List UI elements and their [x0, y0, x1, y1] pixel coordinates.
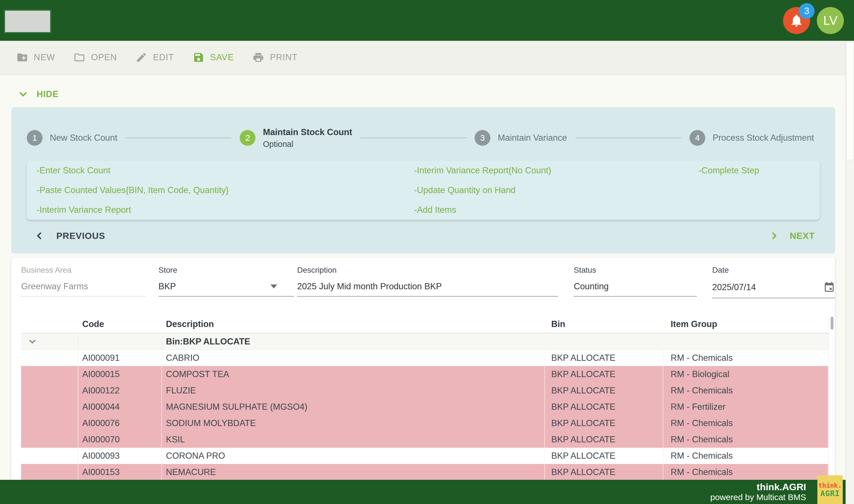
cell-bin: BKP ALLOCATE: [545, 448, 663, 464]
cell-bin: BKP ALLOCATE: [545, 350, 663, 366]
table-row[interactable]: AI000015 COMPOST TEA BKP ALLOCATE RM - B…: [21, 366, 829, 382]
group-label: Bin:BKP ALLOCATE: [162, 334, 545, 349]
chevron-right-icon: [769, 231, 780, 241]
field-status: Status Counting: [574, 266, 697, 316]
step-action-link[interactable]: -Paste Counted Values{BIN, Item Code, Qu…: [37, 180, 414, 200]
company-logo: [4, 10, 51, 33]
save-floppy-icon: [193, 52, 205, 63]
table-row[interactable]: AI000122 FLUZIE BKP ALLOCATE RM - Chemic…: [21, 382, 829, 399]
next-button[interactable]: NEXT: [769, 231, 815, 241]
field-date: Date 2025/07/14: [712, 266, 835, 316]
step-actions-card: -Enter Stock Count-Paste Counted Values{…: [27, 161, 820, 220]
collapse-group-icon[interactable]: [27, 337, 37, 347]
step-number-badge: 4: [690, 130, 705, 146]
step-connector: [575, 138, 681, 138]
footer-powered-by: powered by Multicat BMS: [710, 492, 806, 502]
cell-item-group: RM - Chemicals: [663, 464, 829, 480]
cell-bin: BKP ALLOCATE: [545, 366, 663, 382]
hide-label: HIDE: [37, 89, 58, 99]
step-actions-column: -Complete Step: [698, 161, 820, 220]
wizard-panel: 1 New Stock Count 2 Maintain Stock Count…: [11, 107, 835, 254]
items-table: Code Description Bin Item Group Bin:BKP …: [21, 316, 829, 499]
edit-pencil-icon: [136, 52, 147, 63]
user-avatar[interactable]: LV: [817, 7, 844, 34]
column-header-item-group: Item Group: [663, 319, 829, 329]
step-action-link[interactable]: -Add Items: [414, 200, 698, 220]
cell-bin: BKP ALLOCATE: [545, 431, 663, 448]
cell-item-group: RM - Chemicals: [663, 350, 829, 366]
print-icon: [252, 52, 264, 63]
table-row[interactable]: AI000093 CORONA PRO BKP ALLOCATE RM - Ch…: [21, 448, 829, 464]
step-action-link[interactable]: -Interim Variance Report(No Count): [414, 161, 698, 180]
chevron-down-icon: [17, 89, 29, 100]
table-row[interactable]: AI000153 NEMACURE BKP ALLOCATE RM - Chem…: [21, 464, 829, 480]
table-row[interactable]: AI000091 CABRIO BKP ALLOCATE RM - Chemic…: [21, 350, 829, 366]
app-footer: think.AGRI powered by Multicat BMS: [0, 480, 854, 504]
column-header-code: Code: [78, 319, 162, 329]
cell-code: AI000070: [78, 431, 162, 448]
cell-code: AI000076: [78, 415, 162, 431]
cell-description: FLUZIE: [162, 382, 545, 399]
cell-description: SODIUM MOLYBDATE: [162, 415, 545, 431]
step-connector: [126, 138, 231, 138]
cell-bin: BKP ALLOCATE: [545, 382, 663, 399]
step-action-link[interactable]: -Complete Step: [698, 161, 820, 180]
step-number-badge: 1: [27, 130, 42, 146]
cell-bin: BKP ALLOCATE: [545, 464, 663, 480]
field-store: Store BKP: [159, 266, 294, 316]
cell-bin: BKP ALLOCATE: [545, 415, 663, 431]
page-scrollbar[interactable]: [846, 41, 854, 504]
cell-code: AI000093: [78, 448, 162, 464]
table-scrollbar-thumb[interactable]: [831, 317, 833, 329]
page-scrollbar-thumb[interactable]: [846, 42, 854, 160]
step-number-badge: 3: [475, 130, 490, 146]
toolbar-button-new[interactable]: NEW: [16, 52, 55, 63]
app-header: 3 LV: [0, 0, 854, 41]
previous-button[interactable]: PREVIOUS: [34, 231, 105, 241]
column-header-description: Description: [162, 319, 545, 329]
cell-code: AI000153: [78, 464, 162, 480]
step-action-link[interactable]: -Enter Stock Count: [37, 161, 414, 180]
table-row[interactable]: AI000070 KSIL BKP ALLOCATE RM - Chemical…: [21, 431, 829, 448]
stock-count-card: Business Area Greenway Farms Store BKP D…: [11, 258, 835, 499]
toolbar-button-open[interactable]: OPEN: [73, 52, 117, 63]
step-action-link[interactable]: -Update Quantity on Hand: [414, 180, 698, 200]
new-document-icon: [16, 52, 28, 63]
step-number-badge: 2: [240, 130, 256, 146]
toolbar-button-edit[interactable]: EDIT: [136, 52, 174, 63]
step-connector: [361, 138, 466, 138]
wizard-step-1[interactable]: 1 New Stock Count: [27, 130, 118, 146]
wizard-step-2[interactable]: 2 Maintain Stock Count Optional: [240, 127, 352, 149]
step-actions-column: -Enter Stock Count-Paste Counted Values{…: [37, 161, 414, 220]
calendar-icon[interactable]: [823, 282, 835, 293]
step-action-link[interactable]: -Interim Variance Report: [37, 200, 414, 220]
dropdown-caret-icon[interactable]: [271, 285, 277, 288]
cell-description: KSIL: [162, 431, 545, 448]
cell-code: AI000091: [78, 350, 162, 366]
cell-code: AI000122: [78, 382, 162, 399]
wizard-step-4[interactable]: 4 Process Stock Adjustment: [690, 130, 814, 146]
field-description: Description 2025 July Mid month Producti…: [297, 266, 558, 316]
wizard-step-3[interactable]: 3 Maintain Variance: [475, 130, 567, 146]
cell-description: CORONA PRO: [162, 448, 545, 464]
toolbar-button-print[interactable]: PRINT: [252, 52, 297, 63]
cell-item-group: RM - Chemicals: [663, 382, 829, 399]
table-row[interactable]: AI000044 MAGNESIUM SULPHATE (MGSO4) BKP …: [21, 399, 829, 415]
table-row[interactable]: AI000076 SODIUM MOLYBDATE BKP ALLOCATE R…: [21, 415, 829, 431]
hide-panel-toggle[interactable]: HIDE: [17, 89, 80, 100]
cell-bin: BKP ALLOCATE: [545, 399, 663, 415]
table-scrollbar[interactable]: [829, 316, 835, 499]
notification-count-badge: 3: [799, 3, 815, 19]
cell-code: AI000015: [78, 366, 162, 382]
cell-description: MAGNESIUM SULPHATE (MGSO4): [162, 399, 545, 415]
open-folder-icon: [73, 52, 85, 63]
cell-item-group: RM - Biological: [663, 366, 829, 382]
chevron-left-icon: [34, 231, 45, 241]
table-group-row[interactable]: Bin:BKP ALLOCATE: [21, 334, 829, 350]
cell-item-group: RM - Chemicals: [663, 415, 829, 431]
cell-description: CABRIO: [162, 350, 545, 366]
think-agri-logo: think. AGRI: [817, 475, 843, 504]
toolbar-button-save[interactable]: SAVE: [193, 52, 234, 63]
stepper: 1 New Stock Count 2 Maintain Stock Count…: [11, 107, 835, 155]
toolbar: NEW OPEN EDIT SAVE PRINT: [0, 41, 854, 74]
